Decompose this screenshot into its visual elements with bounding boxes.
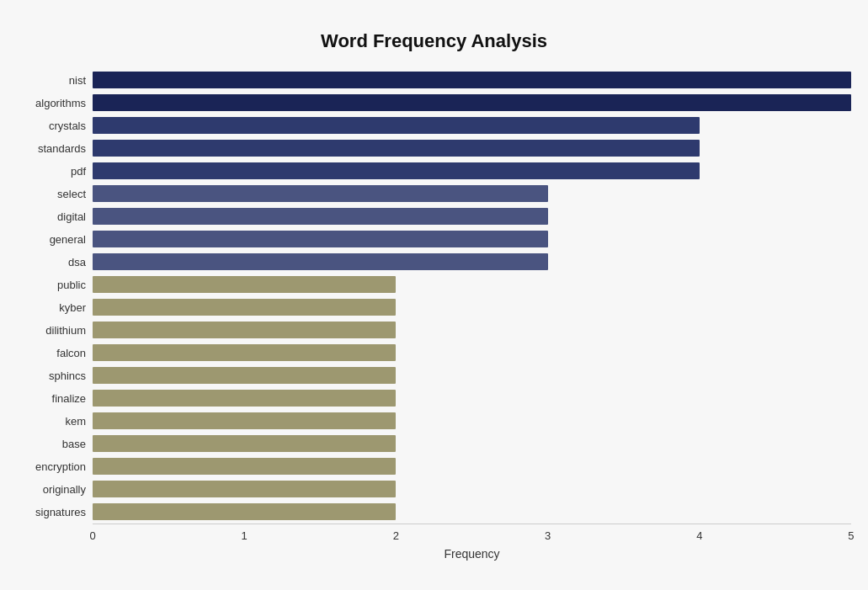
y-labels: nistalgorithmscrystalsstandardspdfselect… [17, 69, 93, 561]
bar-row [93, 455, 851, 478]
bar [93, 458, 396, 475]
y-label: finalize [52, 387, 86, 410]
bar-row [93, 92, 851, 114]
bar-row [93, 114, 851, 137]
y-label: select [57, 183, 86, 205]
bar [93, 299, 396, 316]
bar-row [93, 228, 851, 251]
bar-row [93, 160, 851, 183]
chart-area: nistalgorithmscrystalsstandardspdfselect… [17, 69, 851, 561]
bar-row [93, 478, 851, 501]
bars-list [93, 69, 851, 524]
bar [93, 253, 548, 270]
bar-row [93, 342, 851, 364]
bar [93, 344, 396, 361]
bar-row [93, 205, 851, 228]
bar [93, 72, 851, 88]
y-label: crystals [49, 114, 86, 137]
x-axis: 012345 [93, 524, 851, 542]
y-label: base [62, 433, 86, 455]
bar [93, 276, 396, 293]
y-label: sphincs [49, 364, 86, 387]
bar [93, 140, 700, 157]
y-label: algorithms [35, 92, 86, 114]
bar-row [93, 137, 851, 160]
bar-row [93, 319, 851, 342]
chart-title: Word Frequency Analysis [17, 30, 851, 52]
bar-row [93, 433, 851, 455]
bars-section [93, 69, 851, 524]
bar-row [93, 274, 851, 296]
y-label: dsa [68, 251, 86, 274]
y-label: digital [57, 205, 86, 228]
y-label: originally [43, 478, 86, 501]
y-label: nist [69, 69, 86, 92]
y-label: standards [38, 137, 86, 160]
bar-row [93, 251, 851, 274]
x-axis-label: Frequency [93, 547, 851, 561]
y-label: general [50, 228, 86, 251]
bar [93, 322, 396, 338]
bar-row [93, 69, 851, 92]
y-label: pdf [71, 160, 86, 183]
bar-row [93, 501, 851, 524]
chart-container: Word Frequency Analysis nistalgorithmscr… [17, 30, 851, 561]
bar [93, 231, 548, 247]
y-label: falcon [56, 342, 86, 364]
bar [93, 185, 548, 202]
bar-row [93, 410, 851, 433]
bar [93, 435, 396, 452]
bar [93, 503, 396, 520]
bar [93, 117, 700, 134]
y-label: kem [65, 410, 86, 433]
y-label: kyber [59, 296, 86, 319]
bar [93, 367, 396, 384]
bar [93, 162, 700, 179]
y-label: dilithium [45, 319, 86, 342]
y-label: public [57, 274, 86, 296]
bar [93, 94, 851, 111]
bar-row [93, 364, 851, 387]
y-label: signatures [35, 501, 86, 524]
bar [93, 412, 396, 429]
bar [93, 208, 548, 225]
bars-and-xaxis: 012345 Frequency [93, 69, 851, 561]
bar-row [93, 296, 851, 319]
bar [93, 390, 396, 407]
bar-row [93, 183, 851, 205]
bar-row [93, 387, 851, 410]
bar [93, 481, 396, 497]
y-label: encryption [35, 455, 86, 478]
